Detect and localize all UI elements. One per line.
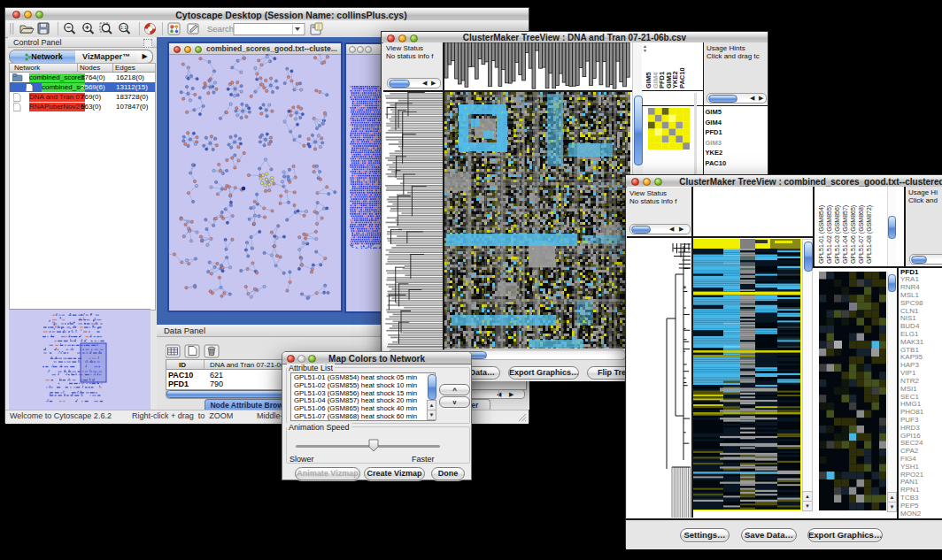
svg-text:Search:: Search: [207,24,236,34]
svg-text:GPL51-02 (GSM855): GPL51-02 (GSM855) [826,205,833,264]
svg-text:1:1: 1:1 [120,25,127,30]
svg-text:PAC10: PAC10 [678,67,686,88]
svg-text:GPL51-04 (GSM857): GPL51-04 (GSM857) [842,205,849,264]
svg-text:GPL51-01 (GSM854): GPL51-01 (GSM854) [818,205,825,264]
svg-text:GPL51-08 (GSM872): GPL51-08 (GSM872) [866,205,873,264]
svg-text:GPL51-06 (GSM865): GPL51-06 (GSM865) [850,205,857,264]
svg-text:GPL51-03 (GSM856): GPL51-03 (GSM856) [834,205,841,264]
svg-text:GPL51-07 (GSM868): GPL51-07 (GSM868) [858,205,865,264]
